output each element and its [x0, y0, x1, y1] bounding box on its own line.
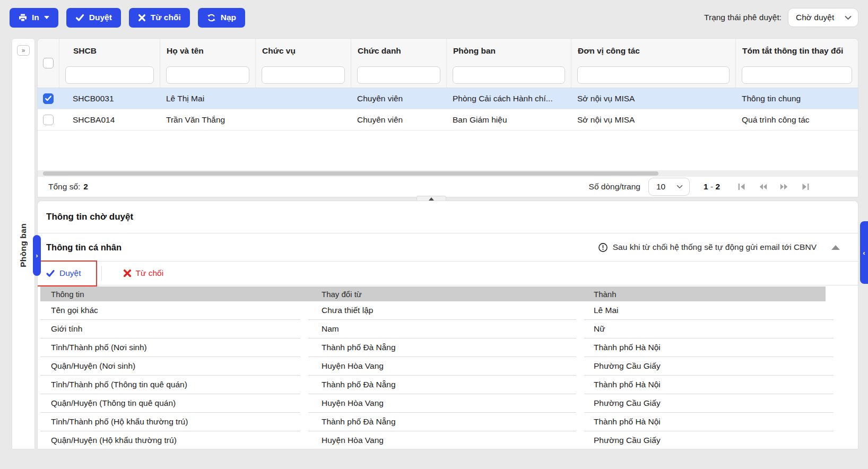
- old-value: Huyện Hòa Vang: [308, 357, 576, 376]
- row-checkbox[interactable]: [43, 93, 54, 104]
- reload-button-label: Nạp: [221, 13, 236, 22]
- column-header[interactable]: Chức vụ: [256, 39, 351, 63]
- column-phong-ban: Phòng ban: [446, 39, 571, 88]
- left-panel-toggle[interactable]: ›: [33, 235, 41, 276]
- print-button[interactable]: In: [10, 8, 58, 28]
- cell-name: Lê Thị Mai: [160, 94, 255, 103]
- filter-input-ho-va-ten[interactable]: [166, 66, 249, 84]
- new-value: Thành phố Hà Nội: [584, 413, 834, 431]
- field-name: Quận/Huyện (Thông tin quê quán): [40, 394, 300, 413]
- filter-input-chuc-vu[interactable]: [262, 66, 345, 84]
- new-value: Nữ: [584, 320, 834, 338]
- grid-footer: Tổng số: 2 Số dòng/trang 10 1 - 2: [38, 177, 858, 197]
- sidebar-expand-button[interactable]: »: [17, 45, 30, 56]
- filter-input-shcb[interactable]: [65, 66, 154, 84]
- change-row: Tỉnh/Thành phố (Thông tin quê quán) Thàn…: [40, 376, 858, 394]
- check-icon: [75, 13, 84, 22]
- old-value: Chưa thiết lập: [308, 301, 576, 320]
- vertical-divider: [101, 266, 102, 281]
- scrollbar-thumb[interactable]: [43, 171, 658, 176]
- top-toolbar: In Duyệt Từ chối Nạp Trạng thái phê duyệ…: [0, 0, 868, 35]
- sidebar-tab-phong-ban[interactable]: Phòng ban: [19, 223, 28, 267]
- printer-icon: [19, 13, 27, 22]
- cell-name: Trần Văn Thắng: [160, 115, 255, 125]
- change-row: Quận/Huyện (Nơi sinh) Huyện Hòa Vang Phư…: [40, 357, 858, 376]
- first-page-icon[interactable]: [737, 182, 747, 192]
- new-value: Phường Cầu Giấy: [584, 357, 834, 376]
- old-value: Huyện Hòa Vang: [308, 431, 576, 449]
- column-chuc-vu: Chức vụ: [255, 39, 351, 88]
- col-thanh: Thành: [584, 290, 834, 299]
- column-header[interactable]: Tóm tắt thông tin thay đổi: [736, 39, 858, 63]
- approval-status-value: Chờ duyệt: [796, 13, 834, 22]
- approval-status-select[interactable]: Chờ duyệt: [788, 8, 858, 27]
- section-reject-label: Từ chối: [136, 268, 164, 278]
- field-name: Quận/Huyện (Nơi sinh): [40, 357, 300, 376]
- old-value: Nam: [308, 320, 576, 338]
- next-page-icon[interactable]: [779, 182, 789, 192]
- change-row: Tỉnh/Thành phố (Nơi sinh) Thành phố Đà N…: [40, 338, 858, 357]
- new-value: Phường Cầu Giấy: [584, 431, 834, 449]
- field-name: Tỉnh/Thành phố (Hộ khẩu thường trú): [40, 413, 300, 431]
- filter-input-tom-tat[interactable]: [742, 66, 852, 84]
- col-thong-tin: Thông tin: [40, 290, 300, 299]
- table-row[interactable]: SHCB0031 Lê Thị Mai Chuyên viên Phòng Cả…: [38, 88, 858, 109]
- change-row: Tỉnh/Thành phố (Hộ khẩu thường trú) Thàn…: [40, 413, 858, 431]
- row-checkbox[interactable]: [43, 115, 54, 125]
- change-row: Quận/Huyện (Hộ khẩu thường trú) Huyện Hò…: [40, 431, 858, 449]
- chevron-left-icon: ‹: [863, 249, 865, 257]
- print-button-label: In: [32, 13, 39, 22]
- column-header[interactable]: Đơn vị công tác: [571, 39, 735, 63]
- collapse-section-icon[interactable]: [831, 245, 840, 250]
- section-approve-label: Duyệt: [59, 268, 81, 278]
- main-area: SHCB Họ và tên Chức vụ Chức danh Phòng b…: [37, 38, 858, 449]
- column-header[interactable]: Họ và tên: [160, 39, 255, 63]
- filter-input-don-vi-cong-tac[interactable]: [577, 66, 730, 84]
- column-header[interactable]: Chức danh: [351, 39, 446, 63]
- horizontal-scrollbar[interactable]: [38, 170, 858, 177]
- column-header[interactable]: Phòng ban: [447, 39, 571, 63]
- pending-approval-panel: Thông tin chờ duyệt Thông tin cá nhân Sa…: [37, 201, 858, 449]
- new-value: Thành phố Hà Nội: [584, 376, 834, 394]
- field-name: Tên gọi khác: [40, 301, 300, 320]
- filter-input-chuc-danh[interactable]: [357, 66, 440, 84]
- change-row: Giới tính Nam Nữ: [40, 320, 858, 338]
- filter-input-phong-ban[interactable]: [453, 66, 565, 84]
- panel-title: Thông tin chờ duyệt: [38, 201, 858, 233]
- last-page-icon[interactable]: [801, 182, 810, 192]
- reject-email-note: Sau khi từ chối hệ thống sẽ tự động gửi …: [598, 242, 817, 253]
- field-name: Quận/Huyện (Hộ khẩu thường trú): [40, 431, 300, 449]
- right-panel-toggle[interactable]: ‹: [860, 221, 868, 284]
- cell-chuc-danh: Chuyên viên: [351, 94, 446, 103]
- column-header[interactable]: SHCB: [59, 39, 160, 63]
- col-thay-doi-tu: Thay đổi từ: [308, 290, 576, 299]
- chevron-down-icon: [44, 16, 49, 19]
- column-chuc-danh: Chức danh: [351, 39, 446, 88]
- triangle-up-icon: [429, 197, 434, 201]
- column-ho-va-ten: Họ và tên: [160, 39, 255, 88]
- total-value: 2: [83, 182, 88, 192]
- select-all-checkbox[interactable]: [43, 58, 54, 68]
- cell-tom-tat: Thông tin chung: [735, 94, 858, 103]
- section-approve-button[interactable]: Duyệt: [46, 268, 81, 278]
- old-value: Huyện Hòa Vang: [308, 394, 576, 413]
- reject-button[interactable]: Từ chối: [129, 8, 190, 28]
- grid-header: SHCB Họ và tên Chức vụ Chức danh Phòng b…: [38, 39, 858, 88]
- check-icon: [46, 269, 55, 277]
- section-title: Thông tin cá nhân: [46, 242, 121, 253]
- rows-per-page-select[interactable]: 10: [648, 178, 690, 196]
- section-actions: Duyệt Từ chối: [38, 262, 858, 285]
- refresh-icon: [207, 13, 216, 22]
- personal-info-section-header: Thông tin cá nhân Sau khi từ chối hệ thố…: [38, 233, 858, 262]
- approve-button[interactable]: Duyệt: [66, 8, 121, 28]
- new-value: Thành phố Hà Nội: [584, 338, 834, 357]
- reload-button[interactable]: Nạp: [198, 8, 245, 28]
- previous-page-icon[interactable]: [758, 182, 768, 192]
- new-value: Lê Mai: [584, 301, 834, 320]
- chevron-right-icon: ›: [36, 251, 38, 259]
- section-reject-button[interactable]: Từ chối: [123, 268, 164, 278]
- table-row[interactable]: SHCBA014 Trần Văn Thắng Chuyên viên Ban …: [38, 109, 858, 131]
- approve-button-label: Duyệt: [89, 13, 112, 22]
- x-icon: [138, 14, 146, 22]
- old-value: Thành phố Đà Nẵng: [308, 413, 576, 431]
